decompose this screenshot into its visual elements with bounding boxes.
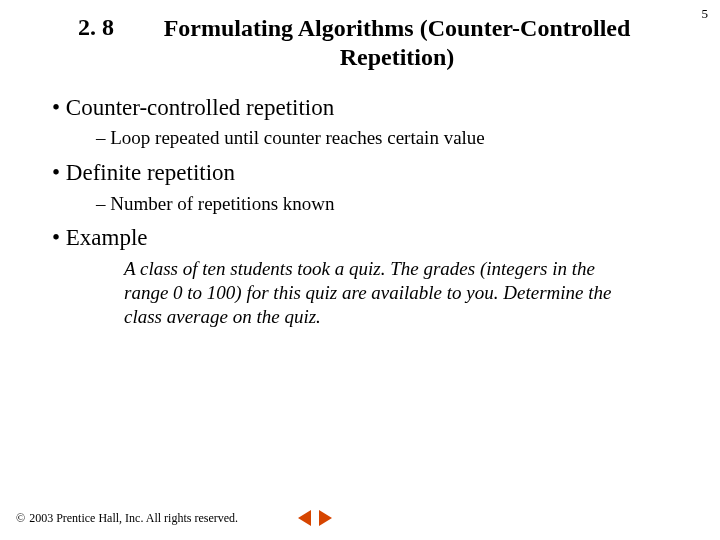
next-slide-icon[interactable]: [319, 510, 332, 526]
nav-arrows: [298, 510, 332, 526]
sub-bullet-item: Number of repetitions known: [96, 192, 680, 217]
prev-slide-icon[interactable]: [298, 510, 311, 526]
bullet-item: Example: [52, 224, 680, 253]
section-number: 2. 8: [78, 14, 114, 41]
bullet-item: Definite repetition: [52, 159, 680, 188]
slide-header: 2. 8 Formulating Algorithms (Counter-Con…: [0, 0, 720, 72]
copyright-text: 2003 Prentice Hall, Inc. All rights rese…: [29, 511, 238, 526]
slide-content: Counter-controlled repetition Loop repea…: [0, 72, 720, 329]
copyright: © 2003 Prentice Hall, Inc. All rights re…: [16, 511, 238, 526]
page-number: 5: [702, 6, 709, 22]
bullet-item: Counter-controlled repetition: [52, 94, 680, 123]
sub-bullet-item: Loop repeated until counter reaches cert…: [96, 126, 680, 151]
example-text: A class of ten students took a quiz. The…: [124, 257, 620, 328]
slide-footer: © 2003 Prentice Hall, Inc. All rights re…: [16, 510, 332, 526]
slide-title: Formulating Algorithms (Counter-Controll…: [144, 14, 690, 72]
copyright-icon: ©: [16, 511, 25, 526]
